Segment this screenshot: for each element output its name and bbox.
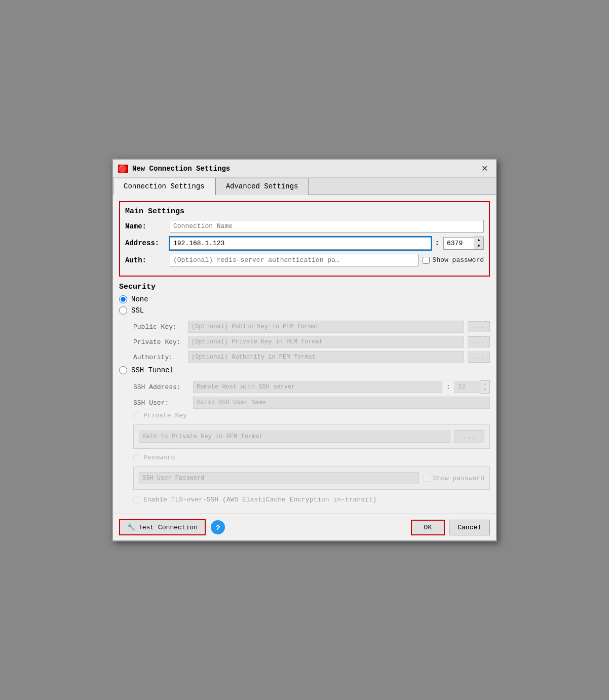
password-panel: Show password: [133, 466, 490, 490]
private-key-row: Private Key: ...: [133, 336, 490, 348]
security-ssl-text: SSL: [131, 306, 144, 315]
port-input[interactable]: [443, 237, 474, 250]
private-key-path-browse-button: ...: [454, 430, 484, 443]
ssh-port-input: [454, 381, 480, 393]
auth-row: Auth: Show password: [125, 254, 484, 266]
security-ssl-label[interactable]: SSL: [119, 306, 490, 315]
tab-bar: Connection Settings Advanced Settings: [113, 178, 496, 195]
main-settings-title: Main Settings: [125, 207, 484, 216]
address-label: Address:: [125, 239, 166, 247]
window-icon: 🔴: [118, 165, 128, 173]
auth-input[interactable]: [170, 254, 418, 266]
authority-label: Authority:: [133, 354, 184, 361]
security-radio-group: None SSL Public Key: ... Private Key:: [119, 295, 490, 503]
show-password-checkbox[interactable]: [423, 257, 430, 264]
public-key-row: Public Key: ...: [133, 321, 490, 333]
ssh-show-password-text: Show password: [433, 475, 484, 482]
auth-label: Auth:: [125, 256, 166, 264]
tls-checkbox: [133, 496, 140, 503]
authority-row: Authority: ...: [133, 351, 490, 363]
title-bar-left: 🔴 New Connection Settings: [118, 165, 230, 173]
content-area: Main Settings Name: Address: : ▲ ▼: [113, 195, 496, 514]
security-ssh-label[interactable]: SSH Tunnel: [119, 366, 490, 374]
private-key-label: Private Key:: [133, 338, 184, 346]
tls-label: Enable TLS-over-SSH (AWS ElastiCache Enc…: [143, 496, 376, 503]
security-ssh-text: SSH Tunnel: [131, 366, 174, 374]
main-window: 🔴 New Connection Settings ✕ Connection S…: [112, 159, 497, 541]
private-key-checkbox: [133, 412, 140, 419]
private-key-checkbox-text: Private Key: [143, 412, 187, 419]
password-checkbox: [133, 454, 140, 461]
footer-left: 🔧 Test Connection ?: [119, 519, 225, 535]
name-label: Name:: [125, 222, 166, 230]
ssh-address-row: SSH Address: : ▲ ▼: [133, 380, 490, 394]
footer-right: OK Cancel: [411, 520, 490, 535]
security-section: Security None SSL Public Key:: [119, 283, 490, 503]
ssh-port-colon: :: [446, 383, 450, 391]
private-key-checkbox-label: Private Key: [133, 412, 490, 419]
public-key-label: Public Key:: [133, 323, 184, 331]
authority-input: [188, 351, 464, 363]
close-button[interactable]: ✕: [478, 163, 491, 174]
window-title: New Connection Settings: [132, 165, 230, 173]
private-key-panel: ...: [133, 424, 490, 449]
private-key-path-row: ...: [139, 430, 484, 443]
ssh-address-input: [193, 381, 442, 393]
password-checkbox-text: Password: [143, 454, 175, 461]
security-ssh-radio[interactable]: [119, 366, 127, 374]
port-wrapper: ▲ ▼: [443, 237, 484, 250]
private-key-browse-button: ...: [468, 336, 490, 347]
ssh-fields: SSH Address: : ▲ ▼ SSH Use: [133, 380, 490, 503]
address-input[interactable]: [170, 237, 431, 250]
cancel-button[interactable]: Cancel: [449, 520, 490, 535]
ssh-port-wrapper: ▲ ▼: [454, 380, 490, 394]
ok-button[interactable]: OK: [411, 520, 445, 535]
tls-row: Enable TLS-over-SSH (AWS ElastiCache Enc…: [133, 496, 490, 503]
name-row: Name:: [125, 220, 484, 232]
port-down-button[interactable]: ▼: [474, 243, 483, 249]
ssh-user-label: SSH User:: [133, 399, 189, 407]
port-up-button[interactable]: ▲: [474, 237, 483, 243]
main-settings-box: Main Settings Name: Address: : ▲ ▼: [119, 201, 490, 277]
tab-connection-settings[interactable]: Connection Settings: [113, 178, 215, 195]
security-none-label[interactable]: None: [119, 295, 490, 303]
port-spinner: ▲ ▼: [474, 237, 484, 250]
show-password-text: Show password: [433, 256, 484, 264]
port-colon: :: [435, 239, 439, 247]
password-checkbox-label: Password: [133, 454, 490, 461]
security-none-radio[interactable]: [119, 295, 127, 303]
tab-advanced-settings[interactable]: Advanced Settings: [215, 178, 309, 195]
ssh-show-password-checkbox: [423, 475, 430, 482]
ssh-user-input: [193, 397, 490, 409]
authority-browse-button: ...: [468, 352, 490, 363]
name-input[interactable]: [170, 220, 484, 232]
ssh-address-label: SSH Address:: [133, 383, 189, 391]
help-button[interactable]: ?: [211, 520, 225, 534]
ssh-password-row: Show password: [139, 472, 484, 484]
show-password-label: Show password: [423, 256, 484, 264]
title-bar: 🔴 New Connection Settings ✕: [113, 160, 496, 178]
footer: 🔧 Test Connection ? OK Cancel: [113, 514, 496, 540]
ssh-port-down-button: ▼: [480, 387, 489, 393]
ssh-port-spinner: ▲ ▼: [480, 380, 490, 394]
test-icon: 🔧: [127, 523, 135, 531]
public-key-browse-button: ...: [468, 321, 490, 332]
private-key-path-input: [139, 431, 450, 443]
ssh-password-input: [139, 472, 419, 484]
public-key-input: [188, 321, 464, 333]
security-ssl-radio[interactable]: [119, 306, 127, 315]
ssh-show-password-label: Show password: [423, 475, 484, 482]
test-connection-label: Test Connection: [138, 524, 198, 531]
address-row: Address: : ▲ ▼: [125, 237, 484, 250]
test-connection-button[interactable]: 🔧 Test Connection: [119, 519, 206, 535]
security-none-text: None: [131, 295, 148, 303]
ssh-user-row: SSH User:: [133, 397, 490, 409]
security-title: Security: [119, 283, 490, 291]
private-key-input: [188, 336, 464, 348]
ssh-port-up-button: ▲: [480, 381, 489, 387]
ssl-fields: Public Key: ... Private Key: ... Authori…: [133, 321, 490, 363]
